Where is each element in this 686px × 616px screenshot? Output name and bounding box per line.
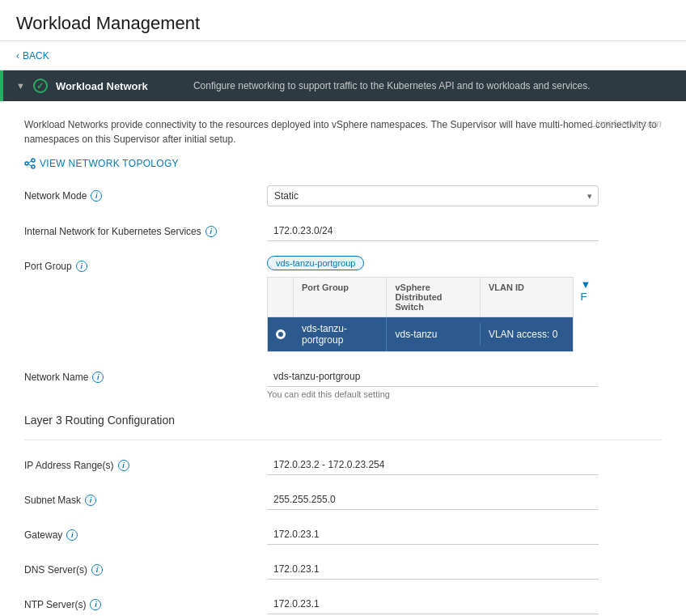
- layer3-section: Layer 3 Routing Configuration: [24, 414, 662, 440]
- ntp-servers-input[interactable]: [267, 594, 599, 614]
- network-mode-select[interactable]: Static DHCP: [267, 185, 599, 206]
- radio-cell: [268, 323, 294, 346]
- gateway-row: Gateway i: [24, 525, 662, 545]
- dns-servers-info-icon[interactable]: i: [91, 564, 103, 576]
- network-mode-info-icon[interactable]: i: [91, 190, 102, 202]
- view-topology-link[interactable]: VIEW NETWORK TOPOLOGY: [24, 158, 179, 169]
- ntp-servers-control: [267, 594, 599, 614]
- layer3-heading: Layer 3 Routing Configuration: [24, 414, 662, 427]
- port-group-cell: vds-tanzu-portgroup: [294, 317, 387, 351]
- internal-network-input[interactable]: [267, 221, 599, 241]
- subnet-mask-label: Subnet Mask i: [24, 490, 259, 506]
- network-mode-row: Network Mode i Static DHCP: [24, 185, 662, 206]
- ntp-servers-label: NTP Server(s) i: [24, 594, 259, 610]
- network-name-hint: You can edit this default setting: [267, 389, 599, 399]
- topology-icon: [24, 158, 36, 169]
- check-status-icon: ✓: [33, 79, 48, 93]
- back-link[interactable]: ‹ BACK: [16, 50, 49, 62]
- port-group-row: Port Group i vds-tanzu-portgroup Port Gr…: [24, 256, 662, 352]
- ip-address-range-label: IP Address Range(s) i: [24, 455, 259, 471]
- section-description: Configure networking to support traffic …: [193, 80, 673, 91]
- back-bar: ‹ BACK: [0, 41, 686, 70]
- port-group-table: Port Group vSphere Distributed Switch VL…: [267, 277, 574, 352]
- subnet-mask-info-icon[interactable]: i: [85, 495, 96, 506]
- vsphere-switch-col-header: vSphere Distributed Switch: [387, 278, 480, 316]
- vsphere-switch-cell: vds-tanzu: [387, 323, 480, 346]
- filter-icon-area: ▼ F: [580, 277, 599, 303]
- section-title: Workload Network: [56, 80, 185, 92]
- page-header: Workload Management: [0, 0, 686, 41]
- subnet-mask-input[interactable]: [267, 490, 599, 510]
- port-group-control: vds-tanzu-portgroup Port Group vSphere D…: [267, 256, 599, 352]
- section-header: ▼ ✓ Workload Network Configure networkin…: [0, 70, 686, 101]
- network-name-control: You can edit this default setting: [267, 367, 599, 399]
- svg-point-0: [25, 162, 28, 165]
- content-area: UnixArena.com Workload Networks provide …: [0, 101, 686, 616]
- page-title: Workload Management: [16, 13, 670, 34]
- radio-col-header: [268, 278, 294, 316]
- chevron-left-icon: ‹: [16, 50, 19, 62]
- watermark: UnixArena.com: [590, 117, 662, 130]
- svg-line-3: [28, 161, 32, 164]
- svg-line-4: [28, 164, 32, 167]
- collapse-icon[interactable]: ▼: [16, 81, 25, 91]
- network-name-label: Network Name i: [24, 367, 259, 383]
- port-group-label: Port Group i: [24, 256, 259, 272]
- network-mode-label: Network Mode i: [24, 185, 259, 202]
- ip-address-range-control: [267, 455, 599, 475]
- svg-point-2: [32, 165, 35, 168]
- gateway-control: [267, 525, 599, 545]
- port-group-table-header: Port Group vSphere Distributed Switch VL…: [268, 278, 573, 317]
- internal-network-label: Internal Network for Kubernetes Services…: [24, 221, 259, 237]
- network-name-row: Network Name i You can edit this default…: [24, 367, 662, 399]
- dns-servers-label: DNS Server(s) i: [24, 559, 259, 576]
- port-group-tag: vds-tanzu-portgroup: [267, 256, 599, 277]
- ip-address-range-info-icon[interactable]: i: [118, 460, 129, 471]
- gateway-input[interactable]: [267, 525, 599, 545]
- network-mode-control: Static DHCP: [267, 185, 599, 206]
- description-text: Workload Networks provide connectivity t…: [24, 117, 662, 147]
- filter-icon[interactable]: ▼ F: [580, 278, 591, 303]
- ntp-servers-info-icon[interactable]: i: [90, 599, 101, 610]
- port-group-table-row[interactable]: vds-tanzu-portgroup vds-tanzu VLAN acces…: [268, 317, 573, 351]
- radio-button: [276, 329, 286, 339]
- internal-network-info-icon[interactable]: i: [205, 226, 217, 237]
- layer3-divider: [24, 440, 662, 440]
- vlan-cell: VLAN access: 0: [481, 323, 573, 346]
- port-group-info-icon[interactable]: i: [76, 261, 87, 272]
- gateway-info-icon[interactable]: i: [66, 529, 78, 541]
- ip-address-range-row: IP Address Range(s) i: [24, 455, 662, 475]
- network-name-info-icon[interactable]: i: [92, 372, 104, 383]
- vlan-col-header: VLAN ID: [481, 278, 573, 316]
- port-group-col-header: Port Group: [294, 278, 387, 316]
- network-name-input[interactable]: [267, 367, 599, 387]
- internal-network-row: Internal Network for Kubernetes Services…: [24, 221, 662, 241]
- ip-address-range-input[interactable]: [267, 455, 599, 475]
- internal-network-control: [267, 221, 599, 241]
- subnet-mask-control: [267, 490, 599, 510]
- dns-servers-input[interactable]: [267, 559, 599, 580]
- gateway-label: Gateway i: [24, 525, 259, 541]
- subnet-mask-row: Subnet Mask i: [24, 490, 662, 510]
- network-mode-select-wrapper: Static DHCP: [267, 185, 599, 206]
- dns-servers-control: [267, 559, 599, 580]
- dns-servers-row: DNS Server(s) i: [24, 559, 662, 580]
- svg-point-1: [32, 159, 35, 162]
- ntp-servers-row: NTP Server(s) i: [24, 594, 662, 614]
